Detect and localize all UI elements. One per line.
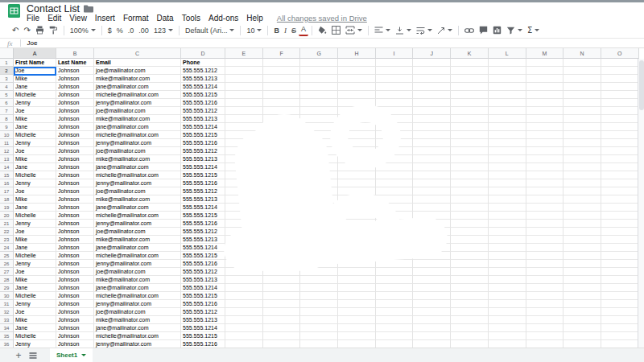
cell-F31[interactable]: [263, 300, 301, 308]
cell-K29[interactable]: [451, 284, 489, 292]
column-header-L[interactable]: L: [489, 48, 526, 59]
column-header-N[interactable]: N: [564, 48, 601, 59]
cell-A16[interactable]: Jenny: [14, 179, 56, 187]
cell-G28[interactable]: [300, 276, 338, 284]
cell-L32[interactable]: [489, 308, 526, 316]
cell-E28[interactable]: [225, 276, 263, 284]
cell-E29[interactable]: [225, 284, 263, 292]
row-header-34[interactable]: 34: [0, 324, 14, 332]
cell-E1[interactable]: [225, 59, 263, 67]
cell-F6[interactable]: [263, 99, 301, 107]
cell-J32[interactable]: [413, 308, 451, 316]
cell-E14[interactable]: [225, 163, 263, 171]
cell-A22[interactable]: Joe: [14, 228, 56, 236]
cell-G31[interactable]: [300, 300, 338, 308]
cell-G25[interactable]: [300, 252, 338, 260]
cell-I2[interactable]: [376, 67, 414, 75]
cell-B18[interactable]: Johnson: [56, 195, 94, 204]
cell-N17[interactable]: [564, 187, 601, 195]
cell-O31[interactable]: [601, 300, 639, 308]
paint-format-button[interactable]: [47, 24, 60, 36]
filter-button[interactable]: [504, 24, 525, 36]
cell-J27[interactable]: [413, 268, 451, 276]
cell-N21[interactable]: [564, 220, 601, 228]
cell-B9[interactable]: Johnson: [56, 123, 94, 131]
cell-A14[interactable]: Jane: [14, 163, 56, 171]
cell-D32[interactable]: 555.555.1212: [181, 308, 225, 316]
cell-H2[interactable]: [338, 67, 376, 75]
row-header-6[interactable]: 6: [0, 99, 14, 107]
cell-G12[interactable]: [300, 147, 338, 155]
cell-E11[interactable]: [225, 139, 263, 147]
cell-F9[interactable]: [263, 123, 301, 131]
cell-C29[interactable]: jane@mailinator.com: [94, 284, 181, 292]
cell-H35[interactable]: [338, 332, 376, 340]
menu-format[interactable]: Format: [119, 14, 153, 23]
cell-C27[interactable]: joe@mailinator.com: [94, 268, 181, 276]
cell-K24[interactable]: [451, 244, 489, 252]
cell-D11[interactable]: 555.555.1216: [181, 139, 225, 147]
cell-F12[interactable]: [263, 147, 301, 155]
cell-O9[interactable]: [601, 123, 639, 131]
cell-K22[interactable]: [451, 228, 489, 236]
cell-L25[interactable]: [489, 252, 526, 260]
cell-D12[interactable]: 555.555.1212: [181, 147, 225, 155]
cell-B24[interactable]: Johnson: [56, 244, 94, 252]
cell-L15[interactable]: [489, 171, 526, 179]
cell-H29[interactable]: [338, 284, 376, 292]
cell-K6[interactable]: [451, 99, 489, 107]
cell-J31[interactable]: [413, 300, 451, 308]
column-header-F[interactable]: F: [263, 48, 301, 59]
cell-J14[interactable]: [413, 163, 451, 171]
cell-D36[interactable]: 555.555.1216: [181, 340, 225, 348]
cell-J28[interactable]: [413, 276, 451, 284]
cell-H33[interactable]: [338, 316, 376, 324]
row-header-23[interactable]: 23: [0, 236, 14, 244]
row-header-31[interactable]: 31: [0, 300, 14, 308]
cell-M5[interactable]: [526, 91, 564, 99]
cell-O4[interactable]: [601, 83, 639, 91]
cell-E9[interactable]: [225, 123, 263, 131]
cell-I7[interactable]: [376, 107, 414, 115]
cell-B5[interactable]: Johnson: [56, 91, 94, 99]
cell-I21[interactable]: [376, 220, 414, 228]
cell-H14[interactable]: [338, 163, 376, 171]
cell-I27[interactable]: [376, 268, 414, 276]
cell-N27[interactable]: [564, 268, 601, 276]
cell-A30[interactable]: Michelle: [14, 292, 56, 300]
cell-C36[interactable]: jenny@mailinator.com: [94, 340, 181, 348]
cell-E3[interactable]: [225, 75, 263, 83]
cell-L26[interactable]: [489, 260, 526, 268]
vertical-align-button[interactable]: [393, 24, 414, 36]
cell-M24[interactable]: [526, 244, 564, 252]
cell-J29[interactable]: [413, 284, 451, 292]
row-header-3[interactable]: 3: [0, 75, 14, 83]
cell-I14[interactable]: [376, 163, 414, 171]
cell-N34[interactable]: [564, 324, 601, 332]
cell-L24[interactable]: [489, 244, 526, 252]
cell-M35[interactable]: [526, 332, 564, 340]
cell-O3[interactable]: [601, 75, 639, 83]
cell-B26[interactable]: Johnson: [56, 260, 94, 268]
cell-L1[interactable]: [489, 59, 526, 67]
cell-J23[interactable]: [413, 236, 451, 244]
cell-M4[interactable]: [526, 83, 564, 91]
cell-H11[interactable]: [338, 139, 376, 147]
cell-B4[interactable]: Johnson: [56, 83, 94, 91]
cell-H5[interactable]: [338, 91, 376, 99]
cell-N18[interactable]: [564, 195, 601, 204]
cell-E34[interactable]: [225, 324, 263, 332]
cell-D7[interactable]: 555.555.1212: [181, 107, 225, 115]
cell-B10[interactable]: Johnson: [56, 131, 94, 139]
cell-O10[interactable]: [601, 131, 639, 139]
cell-H25[interactable]: [338, 252, 376, 260]
cell-M15[interactable]: [526, 171, 564, 179]
column-header-E[interactable]: E: [225, 48, 263, 59]
column-header-K[interactable]: K: [451, 48, 489, 59]
row-header-24[interactable]: 24: [0, 244, 14, 252]
cell-M21[interactable]: [526, 220, 564, 228]
add-sheet-button[interactable]: +: [11, 349, 26, 362]
cell-N25[interactable]: [564, 252, 601, 260]
cell-D1[interactable]: Phone: [181, 59, 225, 67]
cell-C35[interactable]: michelle@mailinator.com: [94, 332, 181, 340]
